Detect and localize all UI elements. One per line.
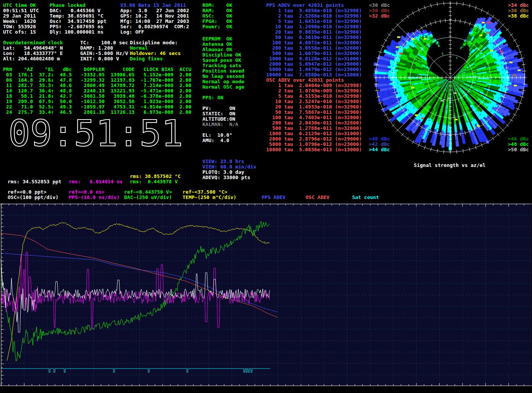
legend-osc-adev: OSC ADEV xyxy=(306,195,330,200)
dbc-gt32: >32 dBc xyxy=(369,13,390,19)
app-version: V3.00 Beta 15 Jan 2011 xyxy=(120,3,186,8)
pps-adev-row: 5000 tau 1.4479e-012 (n=23000) xyxy=(266,67,362,72)
osc-adev-row: 2 tau 1.0749e-009 (n=32996) xyxy=(266,88,362,94)
osc-adev-row: 1 tau 2.0404e-009 (n=32998) xyxy=(266,83,362,88)
pps-adev-row: 10 tau 1.2498e-010 (n=32980) xyxy=(266,24,362,29)
dbc-gt30: >30 dBc xyxy=(369,8,390,13)
sat-table-row: 03 176.1 37.2↓ 48.5 -3332.05 13986.65 5.… xyxy=(3,72,191,78)
op-mode: Normal op mode xyxy=(202,79,244,84)
ref-osc: ref=<0.0 ppt> xyxy=(8,189,47,195)
antenna-status: Antenna OK xyxy=(202,42,232,47)
gps-week: Week: 1620 xyxy=(3,19,36,24)
gps-version: GPS: 10.2 14 Nov 2001 xyxy=(120,13,189,19)
pps-value: PPS↑ -2.607695 ns xyxy=(50,24,103,29)
dbc-gt36: >36 dBc xyxy=(508,8,529,13)
sat-table-row: 22 71.0 52.5↓ 49.3 -1859.97 4753.31 -4.9… xyxy=(3,104,191,110)
altitude: Alt: 204.46002480 m xyxy=(3,56,60,61)
osc-age: Normal OSC age xyxy=(202,84,244,90)
osc-adev-row: 500 tau 1.2788e-011 (n=32000) xyxy=(266,126,362,131)
sat-table-header: PRN °AZ °EL dBc DOPPLER CODE CLOCK BIAS … xyxy=(3,67,191,72)
pps-adev-row: 500 tau 1.6679e-011 (n=32000) xyxy=(266,51,362,56)
osc-adev-row: 5000 tau 1.0796e-012 (n=23000) xyxy=(266,142,362,147)
phase-status: Phase locked xyxy=(50,3,86,8)
ref-dac: ref~<0.443750 V> xyxy=(124,189,172,195)
pps-adev-row: 1 tau 3.4856e-010 (n=32998) xyxy=(266,8,362,13)
pps-adev-row: 5 tau 1.6431e-010 (n=32990) xyxy=(266,19,362,24)
dbc-gt40: >40 dBc xyxy=(369,136,390,142)
static-flag: STATIC: ON xyxy=(202,111,235,116)
view-per-div: VIEW: 60.0 min/div xyxy=(202,164,256,170)
sat-table-row: 14 120.7 36.4↑ 48.8 2240.13 13221.93 -5.… xyxy=(3,88,191,94)
scale-dac: DAC~(250 uV/div) xyxy=(124,195,172,200)
dbc-gt50: >50 dBc xyxy=(508,147,529,152)
scale-pps: PPS~(10.0 ns/div) xyxy=(69,195,120,200)
osc-status: OSC: OK xyxy=(202,13,232,19)
legend-sat-count: Sat count xyxy=(352,195,379,200)
pps-adev-title: PPS ADEV over 42031 points xyxy=(266,3,344,8)
rms-dac: rms: 0.443978 V xyxy=(130,179,178,184)
discipline-status: Discipline OK xyxy=(202,52,241,58)
app-date: App: 3.0 27 Jun 2002 xyxy=(120,8,189,13)
damp-value: DAMP: 1.200 xyxy=(80,45,113,51)
rms-osc: rms: 34.552853 ppt xyxy=(8,179,61,184)
osc-adev-row: 5 tau 4.5153e-010 (n=32990) xyxy=(266,94,362,99)
clock-mode: Overdetermined clock xyxy=(3,40,63,45)
longitude: Lon: 18.4333777° E xyxy=(3,51,63,56)
osc-adev-row: 10000 tau 5.0836e-013 (n=13000) xyxy=(266,147,362,152)
dbc-gt48: >48 dBc xyxy=(508,142,529,147)
position-saved: Position saved xyxy=(202,68,244,74)
discipline-holdover: Holdover: 46 secs xyxy=(130,51,181,56)
ref-temp: ref~<37.500 °C> xyxy=(183,189,227,195)
init-value: INIT: 0.000 V xyxy=(80,56,119,61)
pps-adev-row: 2000 tau 5.6947e-012 (n=29000) xyxy=(266,61,362,67)
osc-adev-row: 100 tau 4.7403e-011 (n=32800) xyxy=(266,115,362,120)
leap-second: No leap second xyxy=(202,74,244,79)
dbc-gt34: >34 dBc xyxy=(508,3,529,8)
osc-adev-row: 200 tau 2.8430e-011 (n=32600) xyxy=(266,120,362,126)
discipline-normal: Normal xyxy=(130,45,148,51)
utc-time: 09:51:51 UTC xyxy=(3,8,39,13)
pps-adev-row: 2 tau 2.5268e-010 (n=32996) xyxy=(266,13,362,19)
pps-adev-row: 10000 tau 7.8580e-013 (n=13000) xyxy=(266,72,362,78)
polar-caption: Signal strength vs az/el xyxy=(367,163,532,168)
osc-adev-title: OSC ADEV over 42031 points xyxy=(266,78,344,83)
pps-adev-row: 50 tau 6.3610e-011 (n=32900) xyxy=(266,35,362,40)
dbc-gt44: >44 dBc xyxy=(369,147,390,152)
pv-flag: PV: ON xyxy=(202,106,235,111)
sat-table-row: 19 209.0 67.9↓ 50.0 -1012.50 3652.56 1.9… xyxy=(3,99,191,104)
lady-heather-screen: UTC time OK09:51:51 UTC29 Jan 2011Week: … xyxy=(0,0,532,393)
almanac-status: Almanac OK xyxy=(202,47,232,52)
scale-temp: TEMP~(250 m°C/div) xyxy=(183,195,236,200)
saved-posn-status: Saved posn OK xyxy=(202,58,241,63)
rms-temp: rms: 38.857502 °C xyxy=(130,174,181,179)
osc-adev-row: 10 tau 2.5247e-010 (n=32980) xyxy=(266,99,362,104)
view-hours: VIEW: 23.0 hrs xyxy=(202,159,244,164)
osc-adev-row: 1000 tau 6.2129e-012 (n=31000) xyxy=(266,131,362,136)
legend-pps-adev: PPS ADEV xyxy=(262,195,286,200)
temp-value: Temp: 38.659691 °C xyxy=(50,13,103,19)
gain-value: GAIN:-5.000 Hz/V xyxy=(80,51,128,56)
dac-value: DAC: 0.445366 V xyxy=(50,8,100,13)
gps-tow: TOW: 553926 xyxy=(3,24,36,29)
dly-value: Dly: 100.000001 ns xyxy=(50,29,103,35)
serial-number: Ser: 0.80296974 COM:2 xyxy=(120,24,189,29)
pps-adev-row: 100 tau 4.6072e-011 (n=32800) xyxy=(266,40,362,45)
latitude: Lat: 54.4964948° N xyxy=(3,45,63,51)
rom-status: ROM: OK xyxy=(202,3,232,8)
scale-osc: OSC=(100 ppt/div) xyxy=(8,195,58,200)
pps-adev-row: 1000 tau 9.8128e-012 (n=31000) xyxy=(266,56,362,61)
dbc-gt46: >46 dBc xyxy=(508,136,529,142)
utc-status: UTC time OK xyxy=(3,3,36,8)
altitude-flag: ALTITUDE:ON xyxy=(202,116,235,122)
log-status: Log: OFF xyxy=(120,29,144,35)
osc-adev-row: 50 tau 7.5867e-011 (n=32900) xyxy=(266,110,362,115)
dbc-gt42: >42 dBc xyxy=(369,142,390,147)
plot-queue: PLOTQ: 3.0 day xyxy=(202,170,244,175)
osc-adev-row: 2000 tau 2.8796e-012 (n=29000) xyxy=(266,136,362,142)
dbc-lt30: <30 dBc xyxy=(369,3,390,8)
sat-table-row: 06 164.8 29.6↓ 47.8 -3299.32 12197.83 -1… xyxy=(3,78,191,83)
ram-status: RAM: OK xyxy=(202,8,232,13)
pps-adev-row: 200 tau 3.0558e-011 (n=32600) xyxy=(266,45,362,51)
power-status: Power: OK xyxy=(202,24,232,29)
tracking-status: Tracking sats xyxy=(202,63,241,68)
